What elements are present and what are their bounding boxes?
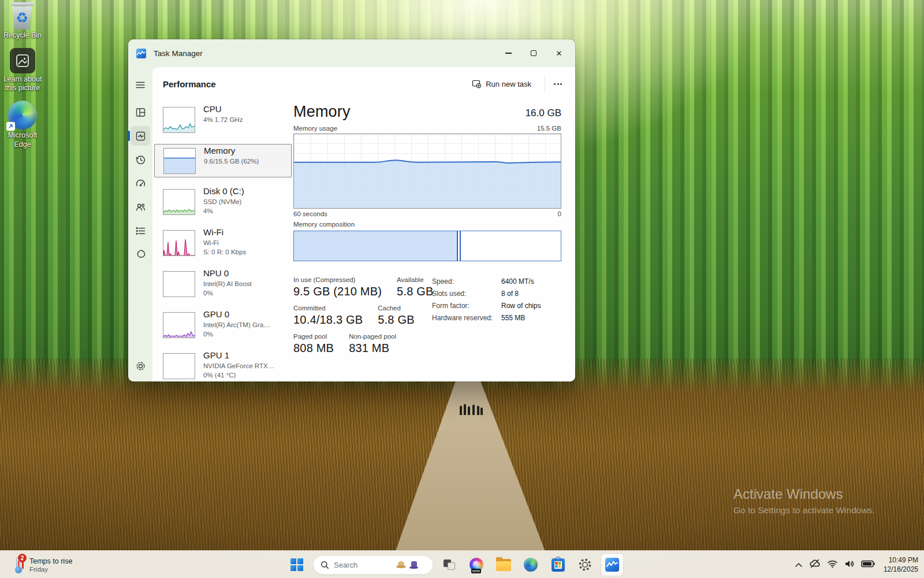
search-highlight-hat-icon[interactable] [396,561,406,568]
composition-label: Memory composition [293,221,561,228]
maximize-button[interactable] [521,43,546,63]
users-icon [135,202,146,213]
start-button[interactable] [286,554,308,576]
close-button[interactable]: ✕ [546,43,572,63]
nav-sidebar [128,67,152,381]
settings-icon [578,557,593,572]
sidebar-item-processes[interactable] [131,102,150,122]
search-highlight-tophat-icon[interactable] [409,561,418,569]
wifi-mini-graph [163,230,195,256]
perf-item-stat: SSD (NVMe) [203,197,244,206]
perf-item-name: CPU [203,103,243,115]
memory-composition-bar[interactable] [293,231,561,261]
disk-mini-graph [163,189,195,215]
task-manager-taskbar-button[interactable] [601,554,623,576]
memory-total: 16.0 GB [526,108,561,121]
perf-item-gpu0[interactable]: GPU 0 Intel(R) Arc(TM) Gra… 0% [153,308,284,342]
microsoft-edge-shortcut[interactable]: Microsoft Edge [0,101,45,149]
store-icon [552,558,565,572]
perf-item-memory[interactable]: Memory 9.6/15.5 GB (62%) [154,144,292,177]
gpu0-mini-graph [163,312,195,338]
cloud-status-button[interactable] [809,559,821,570]
page-title: Performance [163,79,216,89]
tray-overflow-button[interactable] [795,560,803,570]
network-button[interactable] [827,560,838,570]
perf-item-name: NPU 0 [203,268,252,279]
processes-icon [135,107,146,118]
perf-item-stat: 4% 1.72 GHz [203,115,243,124]
memory-detail-pane: Memory 16.0 GB Memory usage 15.5 GB 60 s… [293,103,561,361]
sidebar-item-performance[interactable] [131,126,150,146]
sidebar-item-app-history[interactable] [131,150,150,169]
window-title: Task Manager [154,49,203,58]
edge-icon [8,101,37,129]
task-manager-window: Task Manager ✕ [128,39,575,381]
perf-item-stat2: 0% [203,329,270,339]
stat-paged-pool: Paged pool 808 MB [293,333,334,355]
usage-label: Memory usage [293,125,337,132]
perf-item-stat: Intel(R) AI Boost [203,279,252,288]
stat-non-paged-pool: Non-paged pool 831 MB [349,333,396,355]
minimize-icon [505,53,512,53]
npu-mini-graph [163,271,195,297]
perf-item-wifi[interactable]: Wi-Fi Wi-Fi S: 0 R: 0 Kbps [153,226,284,260]
sidebar-item-settings[interactable] [131,356,150,376]
memory-mini-graph [163,148,196,174]
performance-list: CPU 4% 1.72 GHz Memory 9.6/15.5 GB (62%)… [153,103,284,381]
perf-item-stat2: S: 0 R: 0 Kbps [203,247,246,257]
composition-modified-segment [458,231,461,261]
perf-item-disk[interactable]: Disk 0 (C:) SSD (NVMe) 4% [153,185,284,218]
title-bar[interactable]: Task Manager ✕ [128,39,575,67]
perf-item-stat: 9.6/15.5 GB (62%) [204,157,259,166]
volume-button[interactable] [844,560,855,570]
search-input[interactable] [334,561,396,569]
wifi-icon [827,560,838,568]
app-history-icon [135,154,146,165]
more-options-button[interactable] [549,75,567,92]
sidebar-item-details[interactable] [131,221,150,240]
perf-item-npu[interactable]: NPU 0 Intel(R) AI Boost 0% [153,267,284,301]
copilot-button[interactable]: M365 [465,554,487,576]
battery-button[interactable] [861,560,875,570]
recycle-bin-shortcut[interactable]: ♻ Recycle Bin [0,2,45,40]
run-new-task-label: Run new task [486,80,531,88]
clock-time: 10:49 PM [884,555,918,565]
sidebar-item-services[interactable] [131,244,150,264]
task-view-icon [444,560,455,570]
edge-button[interactable] [520,554,542,576]
axis-right-label: 0 [558,210,561,217]
perf-item-name: GPU 0 [203,309,270,320]
perf-item-name: Memory [204,145,259,157]
detail-title: Memory [293,103,351,121]
search-box[interactable] [313,555,433,575]
memory-usage-graph[interactable] [293,134,561,209]
perf-item-gpu1[interactable]: GPU 1 NVIDIA GeForce RTX… 0% (41 °C) [153,349,284,381]
sidebar-item-startup-apps[interactable] [131,173,150,193]
clock[interactable]: 10:49 PM 12/16/2025 [884,555,918,574]
minimize-button[interactable] [495,43,521,63]
run-new-task-button[interactable]: Run new task [466,75,537,92]
task-view-button[interactable] [438,554,460,576]
composition-inuse-segment [294,231,458,261]
nav-menu-button[interactable] [131,75,150,95]
copilot-icon: M365 [470,558,483,572]
battery-icon [861,560,875,568]
learn-about-picture-shortcut[interactable]: Learn about this picture [0,48,45,93]
widgets-button[interactable]: 2 Temps to rise Friday [8,554,76,576]
perf-item-stat: NVIDIA GeForce RTX… [203,361,274,370]
search-icon [321,561,329,569]
sidebar-item-users[interactable] [131,197,150,217]
new-task-icon [472,79,481,88]
cloud-off-icon [809,559,821,568]
desktop-icon-label: Microsoft Edge [0,131,46,149]
file-explorer-button[interactable] [493,554,515,576]
settings-button[interactable] [574,554,596,576]
store-button[interactable] [547,554,569,576]
task-manager-app-icon [136,49,146,58]
clock-date: 12/16/2025 [884,565,918,574]
perf-item-cpu[interactable]: CPU 4% 1.72 GHz [153,103,284,136]
page-header: Performance Run new task [152,67,575,101]
desktop-icon-label: Recycle Bin [3,31,42,40]
details-icon [135,225,146,236]
activation-watermark: Activate Windows Go to Settings to activ… [733,486,875,516]
